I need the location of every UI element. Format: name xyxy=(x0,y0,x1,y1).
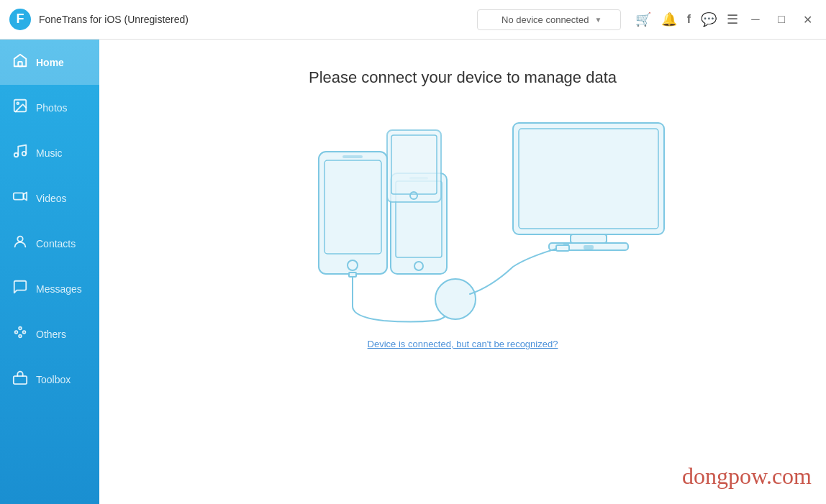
svg-point-5 xyxy=(14,153,19,157)
sidebar-others-label: Others xyxy=(36,329,66,340)
sidebar-music-label: Music xyxy=(36,147,63,159)
svg-rect-7 xyxy=(14,193,24,199)
svg-point-9 xyxy=(15,331,18,334)
chevron-down-icon: ▼ xyxy=(594,16,602,24)
close-button[interactable]: ✕ xyxy=(797,9,817,29)
svg-rect-36 xyxy=(349,272,356,277)
cart-icon[interactable]: 🛒 xyxy=(635,12,651,27)
svg-rect-34 xyxy=(556,245,569,251)
sidebar-photos-label: Photos xyxy=(36,102,68,114)
sidebar-toolbox-label: Toolbox xyxy=(36,374,71,385)
minimize-button[interactable]: ─ xyxy=(745,9,766,29)
app-logo: F xyxy=(9,8,32,31)
connect-message: Please connect your device to manage dat… xyxy=(309,68,617,87)
svg-point-10 xyxy=(19,327,22,330)
others-icon xyxy=(12,324,29,344)
music-icon xyxy=(12,143,29,162)
svg-rect-2 xyxy=(18,62,22,66)
svg-rect-13 xyxy=(14,376,27,384)
svg-text:F: F xyxy=(17,12,24,26)
svg-rect-30 xyxy=(387,130,441,202)
sidebar-item-videos[interactable]: Videos xyxy=(0,175,99,221)
sidebar-item-photos[interactable]: Photos xyxy=(0,85,99,130)
maximize-button[interactable]: □ xyxy=(771,9,791,29)
device-status-text: No device connected xyxy=(502,14,589,25)
sidebar-messages-label: Messages xyxy=(36,283,82,295)
toolbox-icon xyxy=(12,370,29,389)
svg-point-12 xyxy=(19,335,22,338)
sidebar-videos-label: Videos xyxy=(36,193,67,204)
sidebar-item-home[interactable]: Home xyxy=(0,40,99,85)
watermark: dongpow.com xyxy=(682,463,812,490)
svg-rect-18 xyxy=(584,245,594,249)
svg-rect-14 xyxy=(513,123,664,234)
videos-icon xyxy=(12,188,29,208)
sidebar-home-label: Home xyxy=(36,57,64,68)
contacts-icon xyxy=(12,234,29,253)
facebook-icon[interactable]: f xyxy=(687,13,691,26)
bell-icon[interactable]: 🔔 xyxy=(661,12,677,27)
title-bar-actions: 🛒 🔔 f 💬 ☰ xyxy=(635,12,738,27)
svg-rect-25 xyxy=(342,155,363,158)
device-selector[interactable]: No device connected ▼ xyxy=(477,9,621,30)
svg-point-33 xyxy=(435,279,476,319)
chat-icon[interactable]: 💬 xyxy=(701,12,717,27)
window-controls: ─ □ ✕ xyxy=(745,9,817,29)
home-icon xyxy=(12,52,29,72)
help-link[interactable]: Device is connected, but can't be recogn… xyxy=(368,339,558,349)
sidebar: Home Photos Music xyxy=(0,40,99,504)
svg-point-11 xyxy=(23,331,26,334)
sidebar-item-contacts[interactable]: Contacts xyxy=(0,221,99,266)
svg-point-4 xyxy=(17,102,19,104)
device-illustration: .ill { fill: none; stroke: #7ec8e3; stro… xyxy=(247,109,678,324)
menu-icon[interactable]: ☰ xyxy=(727,12,738,27)
svg-rect-22 xyxy=(319,152,387,274)
sidebar-contacts-label: Contacts xyxy=(36,238,76,249)
photos-icon xyxy=(12,98,29,117)
sidebar-item-messages[interactable]: Messages xyxy=(0,266,99,311)
messages-icon xyxy=(12,279,29,298)
svg-rect-16 xyxy=(571,234,607,243)
svg-point-8 xyxy=(17,237,22,242)
main-layout: Home Photos Music xyxy=(0,40,826,504)
app-title: FoneTrans for iOS (Unregistered) xyxy=(39,14,477,25)
title-bar: F FoneTrans for iOS (Unregistered) No de… xyxy=(0,0,826,40)
sidebar-item-toolbox[interactable]: Toolbox xyxy=(0,357,99,402)
sidebar-item-others[interactable]: Others xyxy=(0,311,99,357)
svg-point-6 xyxy=(22,152,27,156)
sidebar-item-music[interactable]: Music xyxy=(0,130,99,175)
svg-rect-35 xyxy=(563,242,569,245)
content-area: Please connect your device to manage dat… xyxy=(99,40,826,504)
